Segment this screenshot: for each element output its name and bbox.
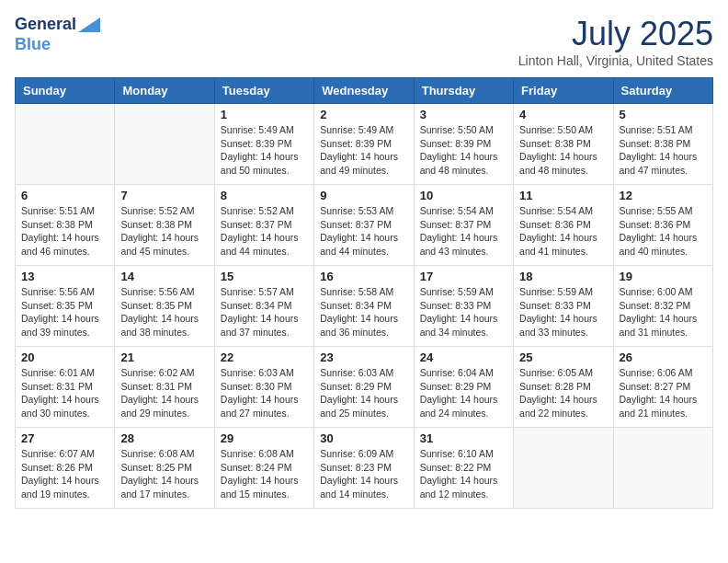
day-number: 2 (320, 108, 407, 121)
calendar-cell: 3Sunrise: 5:50 AMSunset: 8:39 PMDaylight… (414, 104, 513, 185)
day-number: 26 (620, 350, 707, 364)
day-info: Sunrise: 5:49 AMSunset: 8:39 PMDaylight:… (221, 123, 308, 178)
day-number: 18 (519, 270, 607, 283)
logo: General Blue (15, 15, 100, 54)
day-number: 10 (420, 189, 507, 202)
calendar-cell: 10Sunrise: 5:54 AMSunset: 8:37 PMDayligh… (414, 185, 513, 266)
week-row-2: 6Sunrise: 5:51 AMSunset: 8:38 PMDaylight… (16, 185, 713, 266)
calendar-cell: 9Sunrise: 5:53 AMSunset: 8:37 PMDaylight… (314, 185, 414, 266)
day-number: 29 (221, 431, 308, 445)
calendar-cell: 5Sunrise: 5:51 AMSunset: 8:38 PMDaylight… (613, 104, 712, 185)
day-info: Sunrise: 5:54 AMSunset: 8:37 PMDaylight:… (420, 204, 507, 259)
calendar-cell: 12Sunrise: 5:55 AMSunset: 8:36 PMDayligh… (613, 185, 712, 266)
day-number: 28 (120, 431, 208, 445)
day-number: 13 (21, 270, 108, 283)
day-number: 17 (420, 270, 507, 283)
day-info: Sunrise: 6:06 AMSunset: 8:27 PMDaylight:… (620, 366, 707, 420)
day-number: 7 (120, 189, 208, 202)
day-info: Sunrise: 5:56 AMSunset: 8:35 PMDaylight:… (21, 285, 108, 339)
day-info: Sunrise: 6:08 AMSunset: 8:25 PMDaylight:… (120, 447, 208, 501)
day-info: Sunrise: 5:59 AMSunset: 8:33 PMDaylight:… (420, 285, 507, 339)
calendar-cell (16, 104, 115, 185)
day-number: 11 (519, 189, 607, 202)
calendar-cell: 24Sunrise: 6:04 AMSunset: 8:29 PMDayligh… (414, 347, 513, 428)
calendar-cell (514, 428, 613, 509)
day-info: Sunrise: 5:52 AMSunset: 8:37 PMDaylight:… (221, 204, 308, 259)
calendar-cell: 28Sunrise: 6:08 AMSunset: 8:25 PMDayligh… (115, 428, 214, 509)
day-number: 21 (120, 350, 208, 364)
day-number: 12 (620, 189, 707, 202)
day-info: Sunrise: 5:51 AMSunset: 8:38 PMDaylight:… (620, 123, 707, 178)
header-monday: Monday (115, 78, 214, 104)
day-number: 23 (320, 350, 407, 364)
day-info: Sunrise: 6:04 AMSunset: 8:29 PMDaylight:… (420, 366, 507, 420)
calendar-cell: 7Sunrise: 5:52 AMSunset: 8:38 PMDaylight… (115, 185, 214, 266)
calendar-cell: 25Sunrise: 6:05 AMSunset: 8:28 PMDayligh… (514, 347, 613, 428)
page-header: General Blue July 2025 Linton Hall, Virg… (15, 15, 713, 68)
day-number: 16 (320, 270, 407, 283)
day-info: Sunrise: 6:03 AMSunset: 8:29 PMDaylight:… (320, 366, 407, 420)
week-row-5: 27Sunrise: 6:07 AMSunset: 8:26 PMDayligh… (16, 428, 713, 509)
day-info: Sunrise: 5:53 AMSunset: 8:37 PMDaylight:… (320, 204, 407, 259)
day-info: Sunrise: 5:58 AMSunset: 8:34 PMDaylight:… (320, 285, 407, 339)
title-section: July 2025 Linton Hall, Virginia, United … (518, 15, 713, 68)
calendar-cell: 16Sunrise: 5:58 AMSunset: 8:34 PMDayligh… (314, 266, 414, 347)
calendar-cell: 6Sunrise: 5:51 AMSunset: 8:38 PMDaylight… (16, 185, 115, 266)
day-info: Sunrise: 6:08 AMSunset: 8:24 PMDaylight:… (221, 447, 308, 501)
calendar-cell: 21Sunrise: 6:02 AMSunset: 8:31 PMDayligh… (115, 347, 214, 428)
day-info: Sunrise: 6:05 AMSunset: 8:28 PMDaylight:… (519, 366, 607, 420)
header-thursday: Thursday (414, 78, 513, 104)
svg-marker-0 (78, 17, 100, 32)
calendar-cell: 31Sunrise: 6:10 AMSunset: 8:22 PMDayligh… (414, 428, 513, 509)
week-row-1: 1Sunrise: 5:49 AMSunset: 8:39 PMDaylight… (16, 104, 713, 185)
day-number: 6 (21, 189, 108, 202)
day-info: Sunrise: 5:56 AMSunset: 8:35 PMDaylight:… (120, 285, 208, 339)
day-info: Sunrise: 5:50 AMSunset: 8:39 PMDaylight:… (420, 123, 507, 178)
day-number: 27 (21, 431, 108, 445)
day-number: 31 (420, 431, 507, 445)
day-number: 1 (221, 108, 308, 121)
calendar-cell: 2Sunrise: 5:49 AMSunset: 8:39 PMDaylight… (314, 104, 414, 185)
header-sunday: Sunday (16, 78, 115, 104)
day-info: Sunrise: 6:00 AMSunset: 8:32 PMDaylight:… (620, 285, 707, 339)
calendar-cell: 13Sunrise: 5:56 AMSunset: 8:35 PMDayligh… (16, 266, 115, 347)
day-info: Sunrise: 6:09 AMSunset: 8:23 PMDaylight:… (320, 447, 407, 501)
calendar-cell: 20Sunrise: 6:01 AMSunset: 8:31 PMDayligh… (16, 347, 115, 428)
day-number: 22 (221, 350, 308, 364)
day-info: Sunrise: 6:07 AMSunset: 8:26 PMDaylight:… (21, 447, 108, 501)
week-row-3: 13Sunrise: 5:56 AMSunset: 8:35 PMDayligh… (16, 266, 713, 347)
day-info: Sunrise: 5:52 AMSunset: 8:38 PMDaylight:… (120, 204, 208, 259)
day-number: 20 (21, 350, 108, 364)
day-number: 25 (519, 350, 607, 364)
day-info: Sunrise: 5:57 AMSunset: 8:34 PMDaylight:… (221, 285, 308, 339)
calendar-cell: 1Sunrise: 5:49 AMSunset: 8:39 PMDaylight… (214, 104, 313, 185)
day-number: 4 (519, 108, 607, 121)
calendar-cell: 27Sunrise: 6:07 AMSunset: 8:26 PMDayligh… (16, 428, 115, 509)
day-info: Sunrise: 6:03 AMSunset: 8:30 PMDaylight:… (221, 366, 308, 420)
calendar-cell: 19Sunrise: 6:00 AMSunset: 8:32 PMDayligh… (613, 266, 712, 347)
day-info: Sunrise: 5:51 AMSunset: 8:38 PMDaylight:… (21, 204, 108, 259)
location: Linton Hall, Virginia, United States (518, 53, 713, 68)
calendar-cell: 26Sunrise: 6:06 AMSunset: 8:27 PMDayligh… (613, 347, 712, 428)
day-number: 14 (120, 270, 208, 283)
day-info: Sunrise: 5:55 AMSunset: 8:36 PMDaylight:… (620, 204, 707, 259)
calendar-cell: 23Sunrise: 6:03 AMSunset: 8:29 PMDayligh… (314, 347, 414, 428)
calendar-cell: 15Sunrise: 5:57 AMSunset: 8:34 PMDayligh… (214, 266, 313, 347)
week-row-4: 20Sunrise: 6:01 AMSunset: 8:31 PMDayligh… (16, 347, 713, 428)
day-number: 19 (620, 270, 707, 283)
day-number: 15 (221, 270, 308, 283)
day-info: Sunrise: 5:49 AMSunset: 8:39 PMDaylight:… (320, 123, 407, 178)
logo-subtext: Blue (15, 35, 100, 55)
day-info: Sunrise: 5:54 AMSunset: 8:36 PMDaylight:… (519, 204, 607, 259)
day-info: Sunrise: 6:02 AMSunset: 8:31 PMDaylight:… (120, 366, 208, 420)
header-wednesday: Wednesday (314, 78, 414, 104)
calendar-cell: 29Sunrise: 6:08 AMSunset: 8:24 PMDayligh… (214, 428, 313, 509)
calendar-cell: 17Sunrise: 5:59 AMSunset: 8:33 PMDayligh… (414, 266, 513, 347)
day-number: 9 (320, 189, 407, 202)
header-row: SundayMondayTuesdayWednesdayThursdayFrid… (16, 78, 713, 104)
day-number: 30 (320, 431, 407, 445)
calendar-cell: 11Sunrise: 5:54 AMSunset: 8:36 PMDayligh… (514, 185, 613, 266)
header-friday: Friday (514, 78, 613, 104)
calendar-cell: 14Sunrise: 5:56 AMSunset: 8:35 PMDayligh… (115, 266, 214, 347)
logo-text: General (15, 15, 100, 35)
